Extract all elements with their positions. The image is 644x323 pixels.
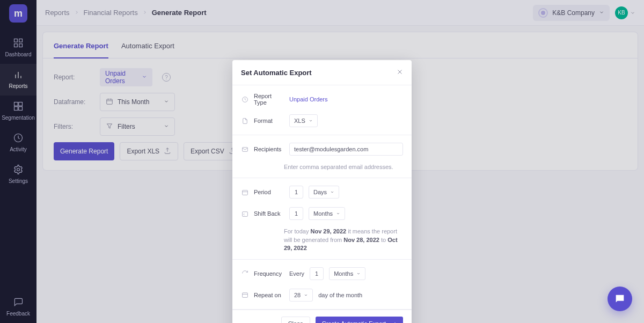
format-select[interactable]: XLS <box>289 114 318 127</box>
recipients-label: Recipients <box>254 146 284 152</box>
repeat-suffix: day of the month <box>318 292 362 298</box>
automatic-export-modal: Set Automatic Export Report Type Unpaid … <box>232 60 412 323</box>
recipients-input[interactable] <box>289 143 403 156</box>
shift-value[interactable] <box>289 207 303 220</box>
frequency-unit-select[interactable]: Months <box>329 267 365 280</box>
period-label: Period <box>254 189 284 195</box>
modal-title: Set Automatic Export <box>241 69 312 77</box>
frequency-unit: Months <box>334 270 353 277</box>
report-type-label: Report Type <box>254 93 284 106</box>
svg-rect-24 <box>242 212 247 217</box>
repeat-label: Repeat on <box>254 292 284 298</box>
repeat-value: 28 <box>294 292 301 298</box>
mail-icon <box>241 146 248 153</box>
calendar-icon <box>241 189 248 196</box>
chat-icon <box>614 293 626 305</box>
modal-close-button[interactable]: Close <box>281 317 310 323</box>
recipients-hint: Enter comma separated email addresses. <box>241 163 403 171</box>
repeat-day-select[interactable]: 28 <box>289 289 313 302</box>
chevron-down-icon <box>356 270 361 277</box>
frequency-label: Frequency <box>254 270 284 277</box>
file-icon <box>241 118 248 124</box>
format-label: Format <box>254 118 284 124</box>
period-value[interactable] <box>289 186 303 199</box>
clock-icon <box>241 96 248 103</box>
period-unit: Days <box>313 189 327 195</box>
range-hint: For today Nov 29, 2022 it means the repo… <box>241 227 403 252</box>
shift-unit-select[interactable]: Months <box>309 207 345 220</box>
frequency-every: Every <box>289 270 304 277</box>
refresh-icon <box>241 270 248 277</box>
create-export-label: Create Automatic Export <box>322 320 386 323</box>
calendar-icon <box>241 291 248 298</box>
chevron-down-icon <box>304 292 308 298</box>
svg-rect-21 <box>242 147 247 151</box>
report-type-value[interactable]: Unpaid Orders <box>289 96 328 102</box>
svg-rect-22 <box>242 190 247 195</box>
check-icon <box>390 320 397 323</box>
chat-fab[interactable] <box>608 287 632 311</box>
svg-rect-25 <box>242 293 247 298</box>
close-icon[interactable] <box>397 68 403 77</box>
shift-icon <box>241 210 248 217</box>
create-export-button[interactable]: Create Automatic Export <box>316 317 403 323</box>
shift-label: Shift Back <box>254 210 284 217</box>
shift-unit: Months <box>313 210 333 217</box>
chevron-down-icon <box>336 210 340 217</box>
frequency-value[interactable] <box>310 267 324 280</box>
chevron-down-icon <box>330 189 334 195</box>
format-value: XLS <box>294 118 305 124</box>
period-unit-select[interactable]: Days <box>309 186 339 199</box>
chevron-down-icon <box>309 118 313 124</box>
